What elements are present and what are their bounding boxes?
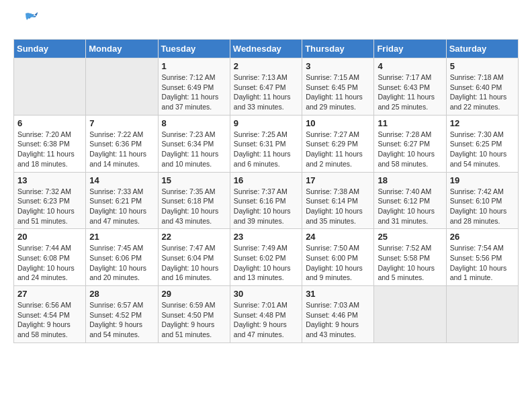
- day-header: Saturday: [446, 40, 518, 58]
- calendar-cell: 9Sunrise: 7:25 AM Sunset: 6:31 PM Daylig…: [230, 115, 302, 172]
- day-info: Sunrise: 7:20 AM Sunset: 6:38 PM Dayligh…: [17, 130, 82, 169]
- day-number: 9: [234, 118, 298, 128]
- day-number: 22: [162, 232, 226, 242]
- day-number: 31: [306, 289, 370, 299]
- calendar-cell: 30Sunrise: 7:01 AM Sunset: 4:48 PM Dayli…: [230, 286, 302, 343]
- day-number: 28: [89, 289, 154, 299]
- calendar-cell: [374, 286, 446, 343]
- calendar-cell: 24Sunrise: 7:50 AM Sunset: 6:00 PM Dayli…: [302, 229, 374, 286]
- day-number: 11: [378, 118, 442, 128]
- day-info: Sunrise: 7:52 AM Sunset: 5:58 PM Dayligh…: [378, 243, 442, 283]
- day-number: 15: [162, 175, 226, 185]
- calendar-cell: 11Sunrise: 7:28 AM Sunset: 6:27 PM Dayli…: [374, 115, 446, 172]
- day-info: Sunrise: 7:12 AM Sunset: 6:49 PM Dayligh…: [162, 73, 226, 112]
- day-header: Wednesday: [230, 40, 302, 58]
- day-info: Sunrise: 7:25 AM Sunset: 6:31 PM Dayligh…: [234, 130, 298, 169]
- day-info: Sunrise: 7:03 AM Sunset: 4:46 PM Dayligh…: [306, 300, 370, 340]
- day-info: Sunrise: 7:28 AM Sunset: 6:27 PM Dayligh…: [378, 130, 442, 169]
- day-info: Sunrise: 7:18 AM Sunset: 6:40 PM Dayligh…: [450, 73, 515, 112]
- day-number: 30: [234, 289, 298, 299]
- day-number: 7: [89, 118, 154, 128]
- day-number: 20: [17, 232, 82, 242]
- day-info: Sunrise: 7:35 AM Sunset: 6:18 PM Dayligh…: [162, 187, 226, 226]
- day-number: 3: [306, 61, 370, 71]
- day-header: Tuesday: [158, 40, 230, 58]
- day-number: 21: [89, 232, 154, 242]
- calendar-cell: 21Sunrise: 7:45 AM Sunset: 6:06 PM Dayli…: [86, 229, 158, 286]
- calendar-week: 27Sunrise: 6:56 AM Sunset: 4:54 PM Dayli…: [14, 286, 519, 343]
- day-header: Monday: [86, 40, 158, 58]
- calendar-cell: 18Sunrise: 7:40 AM Sunset: 6:12 PM Dayli…: [374, 172, 446, 229]
- day-info: Sunrise: 6:59 AM Sunset: 4:50 PM Dayligh…: [162, 300, 226, 340]
- day-number: 6: [17, 118, 82, 128]
- calendar-cell: 28Sunrise: 6:57 AM Sunset: 4:52 PM Dayli…: [86, 286, 158, 343]
- day-header: Sunday: [14, 40, 86, 58]
- day-info: Sunrise: 7:17 AM Sunset: 6:43 PM Dayligh…: [378, 73, 442, 112]
- calendar-cell: 12Sunrise: 7:30 AM Sunset: 6:25 PM Dayli…: [446, 115, 518, 172]
- calendar-cell: 10Sunrise: 7:27 AM Sunset: 6:29 PM Dayli…: [302, 115, 374, 172]
- day-number: 13: [17, 175, 82, 185]
- day-info: Sunrise: 7:44 AM Sunset: 6:08 PM Dayligh…: [17, 243, 82, 283]
- calendar-cell: 25Sunrise: 7:52 AM Sunset: 5:58 PM Dayli…: [374, 229, 446, 286]
- day-number: 5: [450, 61, 515, 71]
- calendar-cell: [446, 286, 518, 343]
- day-number: 1: [162, 61, 226, 71]
- calendar-week: 13Sunrise: 7:32 AM Sunset: 6:23 PM Dayli…: [14, 172, 519, 229]
- calendar-cell: [14, 58, 86, 116]
- day-info: Sunrise: 7:15 AM Sunset: 6:45 PM Dayligh…: [306, 73, 370, 112]
- day-info: Sunrise: 7:22 AM Sunset: 6:36 PM Dayligh…: [89, 130, 154, 169]
- calendar-table: SundayMondayTuesdayWednesdayThursdayFrid…: [13, 39, 519, 343]
- day-header: Thursday: [302, 40, 374, 58]
- calendar-cell: 26Sunrise: 7:54 AM Sunset: 5:56 PM Dayli…: [446, 229, 518, 286]
- calendar-cell: 6Sunrise: 7:20 AM Sunset: 6:38 PM Daylig…: [14, 115, 86, 172]
- day-info: Sunrise: 7:13 AM Sunset: 6:47 PM Dayligh…: [234, 73, 298, 112]
- header-row: SundayMondayTuesdayWednesdayThursdayFrid…: [14, 40, 519, 58]
- calendar-cell: 23Sunrise: 7:49 AM Sunset: 6:02 PM Dayli…: [230, 229, 302, 286]
- calendar-week: 6Sunrise: 7:20 AM Sunset: 6:38 PM Daylig…: [14, 115, 519, 172]
- calendar-cell: 8Sunrise: 7:23 AM Sunset: 6:34 PM Daylig…: [158, 115, 230, 172]
- day-info: Sunrise: 7:32 AM Sunset: 6:23 PM Dayligh…: [17, 187, 82, 226]
- calendar-cell: 14Sunrise: 7:33 AM Sunset: 6:21 PM Dayli…: [86, 172, 158, 229]
- day-info: Sunrise: 7:42 AM Sunset: 6:10 PM Dayligh…: [450, 187, 515, 226]
- logo-icon: [13, 11, 38, 35]
- day-info: Sunrise: 7:30 AM Sunset: 6:25 PM Dayligh…: [450, 130, 515, 169]
- day-info: Sunrise: 7:33 AM Sunset: 6:21 PM Dayligh…: [89, 187, 154, 226]
- logo: [13, 11, 39, 35]
- day-info: Sunrise: 7:01 AM Sunset: 4:48 PM Dayligh…: [234, 300, 298, 340]
- day-info: Sunrise: 7:27 AM Sunset: 6:29 PM Dayligh…: [306, 130, 370, 169]
- calendar-cell: 19Sunrise: 7:42 AM Sunset: 6:10 PM Dayli…: [446, 172, 518, 229]
- day-number: 25: [378, 232, 442, 242]
- calendar-cell: 5Sunrise: 7:18 AM Sunset: 6:40 PM Daylig…: [446, 58, 518, 116]
- calendar-cell: 15Sunrise: 7:35 AM Sunset: 6:18 PM Dayli…: [158, 172, 230, 229]
- day-number: 27: [17, 289, 82, 299]
- day-number: 2: [234, 61, 298, 71]
- day-info: Sunrise: 6:56 AM Sunset: 4:54 PM Dayligh…: [17, 300, 82, 340]
- calendar-cell: 22Sunrise: 7:47 AM Sunset: 6:04 PM Dayli…: [158, 229, 230, 286]
- calendar-cell: 27Sunrise: 6:56 AM Sunset: 4:54 PM Dayli…: [14, 286, 86, 343]
- day-info: Sunrise: 7:37 AM Sunset: 6:16 PM Dayligh…: [234, 187, 298, 226]
- day-number: 24: [306, 232, 370, 242]
- calendar-cell: 20Sunrise: 7:44 AM Sunset: 6:08 PM Dayli…: [14, 229, 86, 286]
- day-number: 23: [234, 232, 298, 242]
- calendar-week: 20Sunrise: 7:44 AM Sunset: 6:08 PM Dayli…: [14, 229, 519, 286]
- day-info: Sunrise: 7:40 AM Sunset: 6:12 PM Dayligh…: [378, 187, 442, 226]
- day-info: Sunrise: 7:45 AM Sunset: 6:06 PM Dayligh…: [89, 243, 154, 283]
- day-number: 12: [450, 118, 515, 128]
- day-header: Friday: [374, 40, 446, 58]
- day-info: Sunrise: 6:57 AM Sunset: 4:52 PM Dayligh…: [89, 300, 154, 340]
- day-number: 17: [306, 175, 370, 185]
- calendar-cell: 29Sunrise: 6:59 AM Sunset: 4:50 PM Dayli…: [158, 286, 230, 343]
- day-info: Sunrise: 7:47 AM Sunset: 6:04 PM Dayligh…: [162, 243, 226, 283]
- calendar-cell: 13Sunrise: 7:32 AM Sunset: 6:23 PM Dayli…: [14, 172, 86, 229]
- header: [13, 11, 519, 35]
- day-number: 26: [450, 232, 515, 242]
- day-info: Sunrise: 7:50 AM Sunset: 6:00 PM Dayligh…: [306, 243, 370, 283]
- day-number: 29: [162, 289, 226, 299]
- calendar-cell: 2Sunrise: 7:13 AM Sunset: 6:47 PM Daylig…: [230, 58, 302, 116]
- calendar-cell: [86, 58, 158, 116]
- calendar-cell: 31Sunrise: 7:03 AM Sunset: 4:46 PM Dayli…: [302, 286, 374, 343]
- day-number: 14: [89, 175, 154, 185]
- calendar-cell: 1Sunrise: 7:12 AM Sunset: 6:49 PM Daylig…: [158, 58, 230, 116]
- day-info: Sunrise: 7:54 AM Sunset: 5:56 PM Dayligh…: [450, 243, 515, 283]
- calendar-cell: 17Sunrise: 7:38 AM Sunset: 6:14 PM Dayli…: [302, 172, 374, 229]
